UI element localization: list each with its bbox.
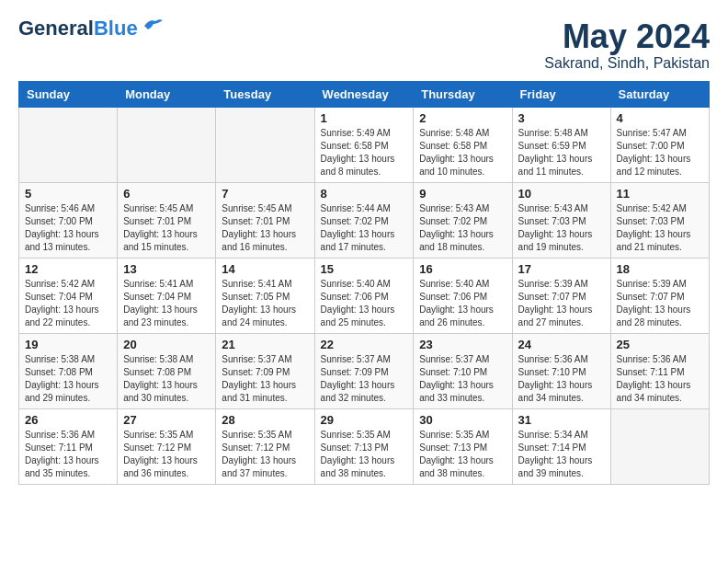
- day-info: Sunrise: 5:45 AM Sunset: 7:01 PM Dayligh…: [123, 202, 210, 254]
- day-info: Sunrise: 5:45 AM Sunset: 7:01 PM Dayligh…: [222, 202, 308, 254]
- day-info: Sunrise: 5:41 AM Sunset: 7:04 PM Dayligh…: [123, 278, 210, 329]
- calendar-cell: 14Sunrise: 5:41 AM Sunset: 7:05 PM Dayli…: [216, 258, 314, 333]
- day-info: Sunrise: 5:43 AM Sunset: 7:02 PM Dayligh…: [419, 202, 506, 254]
- day-info: Sunrise: 5:40 AM Sunset: 7:06 PM Dayligh…: [321, 278, 408, 329]
- day-number: 4: [617, 111, 703, 125]
- calendar-cell: 5Sunrise: 5:46 AM Sunset: 7:00 PM Daylig…: [19, 182, 118, 258]
- day-number: 18: [617, 262, 703, 276]
- day-number: 5: [25, 187, 111, 201]
- calendar-cell: [610, 408, 709, 484]
- day-number: 9: [419, 187, 506, 201]
- calendar-cell: 18Sunrise: 5:39 AM Sunset: 7:07 PM Dayli…: [610, 258, 709, 333]
- day-number: 12: [25, 262, 111, 276]
- month-title: May 2024: [544, 18, 710, 55]
- calendar-cell: 8Sunrise: 5:44 AM Sunset: 7:02 PM Daylig…: [314, 182, 414, 258]
- calendar-cell: 4Sunrise: 5:47 AM Sunset: 7:00 PM Daylig…: [610, 107, 709, 182]
- day-number: 13: [123, 262, 210, 276]
- calendar-cell: 26Sunrise: 5:36 AM Sunset: 7:11 PM Dayli…: [19, 408, 118, 484]
- day-info: Sunrise: 5:48 AM Sunset: 6:58 PM Dayligh…: [419, 127, 506, 178]
- day-info: Sunrise: 5:42 AM Sunset: 7:04 PM Dayligh…: [25, 278, 111, 329]
- day-number: 16: [419, 262, 506, 276]
- col-header-wednesday: Wednesday: [314, 81, 414, 107]
- col-header-monday: Monday: [118, 81, 216, 107]
- page-header: GeneralBlue May 2024 Sakrand, Sindh, Pak…: [18, 18, 710, 72]
- col-header-friday: Friday: [512, 81, 610, 107]
- day-number: 7: [222, 187, 308, 201]
- calendar-cell: 9Sunrise: 5:43 AM Sunset: 7:02 PM Daylig…: [414, 182, 512, 258]
- day-number: 22: [321, 338, 408, 351]
- day-info: Sunrise: 5:39 AM Sunset: 7:07 PM Dayligh…: [518, 278, 605, 329]
- calendar-cell: 21Sunrise: 5:37 AM Sunset: 7:09 PM Dayli…: [216, 333, 314, 408]
- calendar-cell: 31Sunrise: 5:34 AM Sunset: 7:14 PM Dayli…: [512, 408, 610, 484]
- calendar-cell: 30Sunrise: 5:35 AM Sunset: 7:13 PM Dayli…: [414, 408, 512, 484]
- day-number: 3: [518, 111, 605, 125]
- logo-bird-icon: [142, 17, 163, 33]
- day-number: 20: [123, 338, 210, 351]
- calendar-cell: 22Sunrise: 5:37 AM Sunset: 7:09 PM Dayli…: [314, 333, 414, 408]
- col-header-tuesday: Tuesday: [216, 81, 314, 107]
- calendar-cell: 17Sunrise: 5:39 AM Sunset: 7:07 PM Dayli…: [512, 258, 610, 333]
- day-info: Sunrise: 5:48 AM Sunset: 6:59 PM Dayligh…: [518, 127, 605, 178]
- day-info: Sunrise: 5:34 AM Sunset: 7:14 PM Dayligh…: [518, 429, 605, 480]
- day-number: 2: [419, 111, 506, 125]
- day-number: 21: [222, 338, 308, 351]
- day-number: 31: [518, 413, 605, 427]
- calendar-cell: 1Sunrise: 5:49 AM Sunset: 6:58 PM Daylig…: [314, 107, 414, 182]
- calendar-cell: 28Sunrise: 5:35 AM Sunset: 7:12 PM Dayli…: [216, 408, 314, 484]
- calendar-cell: [216, 107, 314, 182]
- day-number: 10: [518, 187, 605, 201]
- logo: GeneralBlue: [18, 18, 163, 39]
- day-number: 27: [123, 413, 210, 427]
- week-row-5: 26Sunrise: 5:36 AM Sunset: 7:11 PM Dayli…: [19, 408, 710, 484]
- day-info: Sunrise: 5:36 AM Sunset: 7:11 PM Dayligh…: [25, 429, 111, 480]
- day-info: Sunrise: 5:38 AM Sunset: 7:08 PM Dayligh…: [123, 353, 210, 405]
- logo-text: GeneralBlue: [18, 18, 138, 39]
- calendar-cell: 19Sunrise: 5:38 AM Sunset: 7:08 PM Dayli…: [19, 333, 118, 408]
- day-info: Sunrise: 5:40 AM Sunset: 7:06 PM Dayligh…: [419, 278, 506, 329]
- calendar-cell: [19, 107, 118, 182]
- day-number: 26: [25, 413, 111, 427]
- calendar-cell: 6Sunrise: 5:45 AM Sunset: 7:01 PM Daylig…: [118, 182, 216, 258]
- calendar-cell: 3Sunrise: 5:48 AM Sunset: 6:59 PM Daylig…: [512, 107, 610, 182]
- day-info: Sunrise: 5:37 AM Sunset: 7:09 PM Dayligh…: [321, 353, 408, 405]
- day-info: Sunrise: 5:43 AM Sunset: 7:03 PM Dayligh…: [518, 202, 605, 254]
- day-info: Sunrise: 5:36 AM Sunset: 7:11 PM Dayligh…: [617, 353, 703, 405]
- day-number: 17: [518, 262, 605, 276]
- day-info: Sunrise: 5:46 AM Sunset: 7:00 PM Dayligh…: [25, 202, 111, 254]
- day-number: 25: [617, 338, 703, 351]
- day-number: 15: [321, 262, 408, 276]
- header-row: SundayMondayTuesdayWednesdayThursdayFrid…: [19, 81, 710, 107]
- day-info: Sunrise: 5:39 AM Sunset: 7:07 PM Dayligh…: [617, 278, 703, 329]
- day-info: Sunrise: 5:49 AM Sunset: 6:58 PM Dayligh…: [321, 127, 408, 178]
- calendar-cell: 12Sunrise: 5:42 AM Sunset: 7:04 PM Dayli…: [19, 258, 118, 333]
- calendar-cell: 7Sunrise: 5:45 AM Sunset: 7:01 PM Daylig…: [216, 182, 314, 258]
- day-info: Sunrise: 5:35 AM Sunset: 7:13 PM Dayligh…: [321, 429, 408, 480]
- calendar-cell: 23Sunrise: 5:37 AM Sunset: 7:10 PM Dayli…: [414, 333, 512, 408]
- col-header-sunday: Sunday: [19, 81, 118, 107]
- day-info: Sunrise: 5:35 AM Sunset: 7:12 PM Dayligh…: [123, 429, 210, 480]
- col-header-thursday: Thursday: [414, 81, 512, 107]
- title-block: May 2024 Sakrand, Sindh, Pakistan: [544, 18, 710, 72]
- calendar-table: SundayMondayTuesdayWednesdayThursdayFrid…: [18, 81, 710, 485]
- day-number: 19: [25, 338, 111, 351]
- week-row-4: 19Sunrise: 5:38 AM Sunset: 7:08 PM Dayli…: [19, 333, 710, 408]
- day-number: 8: [321, 187, 408, 201]
- week-row-2: 5Sunrise: 5:46 AM Sunset: 7:00 PM Daylig…: [19, 182, 710, 258]
- day-number: 30: [419, 413, 506, 427]
- day-info: Sunrise: 5:37 AM Sunset: 7:10 PM Dayligh…: [419, 353, 506, 405]
- calendar-cell: 25Sunrise: 5:36 AM Sunset: 7:11 PM Dayli…: [610, 333, 709, 408]
- calendar-cell: 29Sunrise: 5:35 AM Sunset: 7:13 PM Dayli…: [314, 408, 414, 484]
- week-row-3: 12Sunrise: 5:42 AM Sunset: 7:04 PM Dayli…: [19, 258, 710, 333]
- calendar-cell: [118, 107, 216, 182]
- day-number: 23: [419, 338, 506, 351]
- day-number: 1: [321, 111, 408, 125]
- calendar-cell: 16Sunrise: 5:40 AM Sunset: 7:06 PM Dayli…: [414, 258, 512, 333]
- day-info: Sunrise: 5:37 AM Sunset: 7:09 PM Dayligh…: [222, 353, 308, 405]
- calendar-cell: 27Sunrise: 5:35 AM Sunset: 7:12 PM Dayli…: [118, 408, 216, 484]
- day-info: Sunrise: 5:35 AM Sunset: 7:12 PM Dayligh…: [222, 429, 308, 480]
- calendar-cell: 2Sunrise: 5:48 AM Sunset: 6:58 PM Daylig…: [414, 107, 512, 182]
- calendar-cell: 10Sunrise: 5:43 AM Sunset: 7:03 PM Dayli…: [512, 182, 610, 258]
- day-number: 29: [321, 413, 408, 427]
- calendar-cell: 24Sunrise: 5:36 AM Sunset: 7:10 PM Dayli…: [512, 333, 610, 408]
- day-info: Sunrise: 5:35 AM Sunset: 7:13 PM Dayligh…: [419, 429, 506, 480]
